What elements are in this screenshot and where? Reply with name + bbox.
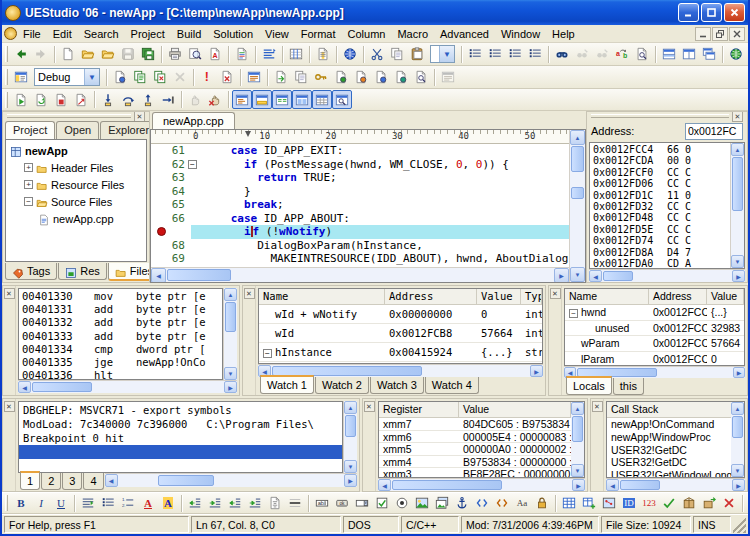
anchor-button[interactable] — [452, 494, 472, 513]
disasm-row[interactable]: 00401335jgenewApp!OnCo — [22, 356, 222, 369]
scroll-up-icon[interactable]: ▲ — [731, 402, 744, 415]
tab-watch-3[interactable]: Watch 3 — [370, 377, 424, 394]
close-icon[interactable]: ✕ — [4, 288, 15, 299]
output-selected-line[interactable] — [19, 445, 342, 459]
close-icon[interactable]: ✕ — [4, 401, 15, 412]
indent-right-button[interactable] — [205, 494, 225, 513]
tab-files[interactable]: Files — [108, 263, 150, 281]
hr-button[interactable] — [285, 494, 305, 513]
scroll-left-icon[interactable]: ◀ — [606, 479, 619, 491]
disasm-vscrollbar[interactable]: ▲ ▼ — [223, 288, 237, 380]
code-line-61[interactable]: 61 case ID_APP_EXIT: — [151, 144, 569, 158]
menu-file[interactable]: File — [17, 27, 47, 41]
break-all-button[interactable] — [205, 90, 225, 109]
scroll-left-icon[interactable]: ◀ — [105, 474, 118, 487]
bold-button[interactable]: B — [11, 494, 31, 513]
tab-res[interactable]: Res — [58, 263, 107, 280]
scroll-right-icon[interactable]: ▶ — [530, 365, 543, 377]
line-number[interactable]: 64 — [151, 185, 191, 199]
browser-view-button[interactable] — [340, 45, 360, 64]
scroll-left-icon[interactable]: ◀ — [151, 268, 166, 282]
open-ftp-button[interactable] — [98, 45, 118, 64]
outdent-left-button[interactable] — [225, 494, 245, 513]
run-to-cursor-button[interactable] — [158, 90, 178, 109]
export-package-button[interactable] — [699, 494, 719, 513]
table-row[interactable]: −hInstance0x00415924{...}struct — [259, 343, 542, 362]
scroll-down-icon[interactable]: ▼ — [731, 464, 744, 477]
memory-row[interactable]: 0x0012FD06CC C — [593, 178, 730, 189]
step-into-button[interactable] — [98, 90, 118, 109]
package-button[interactable] — [679, 494, 699, 513]
tab-project[interactable]: Project — [5, 121, 55, 139]
line-number[interactable]: 69 — [151, 252, 191, 266]
restart-debugger-button[interactable] — [31, 90, 51, 109]
code-button[interactable] — [472, 494, 492, 513]
chevron-down-icon[interactable]: ▼ — [84, 69, 99, 85]
html-preview-button[interactable] — [726, 45, 746, 64]
memory-hscrollbar[interactable]: ◀ ▶ — [589, 269, 745, 282]
callstack-frame[interactable]: newApp!OnCommand — [607, 418, 731, 431]
paste-button[interactable] — [407, 45, 427, 64]
underline-button[interactable]: U — [51, 494, 71, 513]
tree-item-newapp-cpp[interactable]: newApp.cpp — [6, 210, 146, 227]
memory-row[interactable]: 0x0012FD74CC C — [593, 235, 730, 246]
memory-row[interactable]: 0x0012FD1C11 0 — [593, 190, 730, 201]
breakpoint-gutter[interactable] — [151, 225, 191, 239]
column-header-name[interactable]: Name — [565, 289, 649, 304]
menu-search[interactable]: Search — [78, 27, 125, 41]
close-tags-button[interactable] — [719, 494, 739, 513]
command-output-button[interactable] — [438, 68, 458, 87]
list-functions-button[interactable] — [505, 45, 525, 64]
scroll-down-icon[interactable]: ▼ — [344, 460, 357, 473]
menu-macro[interactable]: Macro — [391, 27, 434, 41]
table-row[interactable]: −hwnd0x0012FCC4{...} — [565, 305, 744, 321]
menu-advanced[interactable]: Advanced — [434, 27, 495, 41]
scroll-thumb[interactable] — [158, 475, 214, 486]
scroll-mark[interactable] — [571, 187, 584, 199]
radio-button[interactable] — [392, 494, 412, 513]
find-button[interactable] — [552, 45, 572, 64]
table-row[interactable]: wParam0x0012FCC857664 — [565, 336, 744, 352]
disasm-row[interactable]: 00401333addbyte ptr [e — [22, 330, 222, 343]
table-row[interactable]: wId + wNotify0x000000000int — [259, 305, 542, 324]
scroll-thumb[interactable] — [392, 480, 502, 490]
menu-column[interactable]: Column — [342, 27, 392, 41]
scroll-thumb[interactable] — [167, 269, 231, 281]
menu-edit[interactable]: Edit — [47, 27, 78, 41]
code-line-65[interactable]: 65 break; — [151, 198, 569, 212]
scroll-down-icon[interactable]: ▼ — [731, 255, 744, 268]
code-area[interactable]: 61 case ID_APP_EXIT:62− if (PostMessage(… — [151, 144, 569, 267]
debug-app-button[interactable] — [217, 68, 237, 87]
memory-row[interactable]: 0x0012FCC466 0 — [593, 144, 730, 155]
tab-tags[interactable]: Tags — [5, 263, 57, 280]
cascade-windows-button[interactable] — [699, 45, 719, 64]
close-icon[interactable]: ✕ — [244, 288, 255, 299]
memory-row[interactable]: 0x0012FD5ECC C — [593, 224, 730, 235]
callstack-frame[interactable]: USER32!GetDC — [607, 444, 731, 457]
save-all-button[interactable] — [138, 45, 158, 64]
close-icon[interactable]: ✕ — [364, 401, 375, 412]
tree-expander[interactable]: − — [24, 197, 33, 206]
close-button[interactable] — [724, 3, 745, 22]
output-line[interactable]: Breakpoint 0 hit — [19, 432, 342, 446]
outdent-right-button[interactable] — [245, 494, 265, 513]
memory-vscrollbar[interactable]: ▲ ▼ — [730, 143, 744, 268]
layer-button[interactable] — [432, 494, 452, 513]
list-defines-button[interactable] — [485, 45, 505, 64]
checkbox-button[interactable] — [372, 494, 392, 513]
maximize-button[interactable] — [701, 3, 722, 22]
line-number[interactable]: 68 — [151, 239, 191, 253]
button-control-button[interactable]: ok — [332, 494, 352, 513]
memory-row[interactable]: 0x0012FCDA00 0 — [593, 155, 730, 166]
scroll-thumb[interactable] — [225, 302, 236, 332]
script-button[interactable] — [492, 494, 512, 513]
font-color-button[interactable]: A — [138, 494, 158, 513]
scroll-thumb[interactable] — [345, 415, 356, 437]
vcs-undo-checkout-button[interactable] — [371, 68, 391, 87]
paragraph-button[interactable] — [78, 494, 98, 513]
tree-item-newapp[interactable]: newApp — [6, 142, 146, 159]
scroll-right-icon[interactable]: ▶ — [554, 268, 569, 282]
code-line-64[interactable]: 64 } — [151, 185, 569, 199]
toggle-watch-window-button[interactable] — [272, 90, 292, 109]
callstack-hscrollbar[interactable]: ◀ ▶ — [606, 478, 745, 491]
